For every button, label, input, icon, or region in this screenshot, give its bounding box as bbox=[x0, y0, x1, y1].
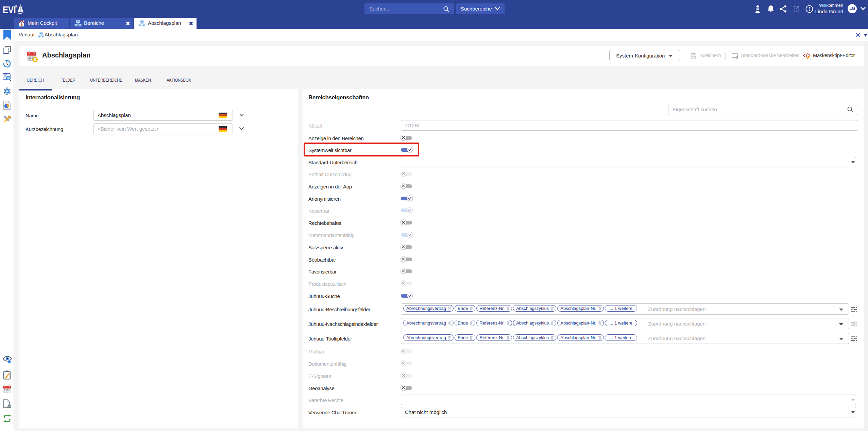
svg-text:5: 5 bbox=[34, 57, 36, 62]
